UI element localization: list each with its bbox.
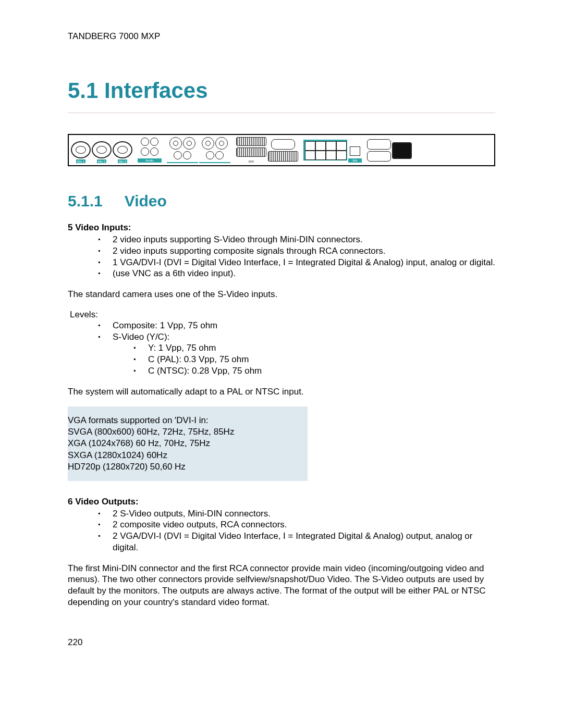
pal-ntsc-note: The system will automatically adapt to a… bbox=[68, 386, 495, 398]
isdn-ports-icon bbox=[303, 140, 347, 161]
xlr-port-icon bbox=[113, 141, 132, 158]
vga-port-icon bbox=[271, 139, 295, 150]
device-rear-panel-diagram: Mic 1 Mic 2 Mic 3 Audio Video In Video O… bbox=[68, 134, 495, 166]
minidin-port-icon bbox=[169, 137, 182, 150]
list-item: (use VNC as a 6th video input). bbox=[98, 268, 495, 279]
vga-formats-box: VGA formats supported on 'DVI-I in: SVGA… bbox=[68, 406, 308, 480]
vga-line: HD720p (1280x720) 50,60 Hz bbox=[68, 461, 308, 473]
list-item: 2 VGA/DVI-I (DVI = Digital Video Interfa… bbox=[98, 530, 495, 553]
subsection-name: Video bbox=[125, 192, 167, 209]
svideo-sublist: Y: 1 Vpp, 75 ohm C (PAL): 0.3 Vpp, 75 oh… bbox=[113, 342, 495, 376]
list-item: S-Video (Y/C): Y: 1 Vpp, 75 ohm C (PAL):… bbox=[98, 331, 495, 377]
rca-port-icon bbox=[183, 151, 191, 159]
section-title: 5.1 Interfaces bbox=[68, 78, 495, 103]
xlr-port-icon bbox=[92, 141, 112, 158]
levels-label: Levels: bbox=[70, 310, 495, 320]
rca-port-icon bbox=[150, 138, 158, 146]
video-inputs-heading: 5 Video Inputs: bbox=[68, 223, 495, 233]
list-item: 2 video inputs supporting S-Video throug… bbox=[98, 234, 495, 245]
list-item: Y: 1 Vpp, 75 ohm bbox=[133, 342, 495, 354]
list-item: Composite: 1 Vpp, 75 ohm bbox=[98, 320, 495, 331]
list-item-text: S-Video (Y/C): bbox=[113, 332, 169, 342]
video-inputs-list: 2 video inputs supporting S-Video throug… bbox=[68, 234, 495, 279]
subsection-number: 5.1.1 bbox=[68, 192, 103, 210]
serial-port-icon bbox=[367, 139, 391, 150]
list-item: 2 video inputs supporting composite sign… bbox=[98, 245, 495, 257]
page-number: 220 bbox=[68, 637, 495, 648]
video-outputs-heading: 6 Video Outputs: bbox=[68, 497, 495, 507]
rca-port-icon bbox=[215, 151, 224, 159]
minidin-port-icon bbox=[215, 137, 228, 150]
rca-port-icon bbox=[141, 147, 149, 156]
divider bbox=[68, 113, 495, 113]
power-port-icon bbox=[392, 142, 412, 159]
list-item: C (PAL): 0.3 Vpp, 75 ohm bbox=[133, 354, 495, 365]
section-name: Interfaces bbox=[104, 78, 207, 103]
dvi-port-icon bbox=[236, 137, 266, 146]
camera-note: The standard camera uses one of the S-Vi… bbox=[68, 289, 495, 300]
levels-list: Composite: 1 Vpp, 75 ohm S-Video (Y/C): … bbox=[68, 320, 495, 377]
ethernet-port-icon bbox=[350, 146, 360, 156]
document-header: TANDBERG 7000 MXP bbox=[68, 31, 495, 42]
section-number: 5.1 bbox=[68, 78, 98, 103]
minidin-port-icon bbox=[183, 137, 195, 150]
vga-line: VGA formats supported on 'DVI-I in: bbox=[68, 415, 308, 426]
outputs-paragraph: The first Mini-DIN connector and the fir… bbox=[68, 563, 495, 608]
rca-port-icon bbox=[141, 138, 149, 146]
dvi-port-icon bbox=[268, 151, 298, 162]
minidin-port-icon bbox=[202, 137, 214, 150]
vga-line: XGA (1024x768) 60 Hz, 70Hz, 75Hz bbox=[68, 438, 308, 449]
list-item: 2 composite video outputs, RCA connector… bbox=[98, 519, 495, 530]
list-item: 2 S-Video outputs, Mini-DIN connectors. bbox=[98, 508, 495, 520]
list-item: 1 VGA/DVI-I (DVI = Digital Video Interfa… bbox=[98, 257, 495, 268]
serial-port-icon bbox=[367, 151, 391, 162]
subsection-title: 5.1.1Video bbox=[68, 192, 495, 210]
xlr-port-icon bbox=[71, 141, 91, 158]
list-item: C (NTSC): 0.28 Vpp, 75 ohm bbox=[133, 365, 495, 377]
video-outputs-list: 2 S-Video outputs, Mini-DIN connectors. … bbox=[68, 508, 495, 553]
vga-line: SXGA (1280x1024) 60Hz bbox=[68, 450, 308, 461]
rca-port-icon bbox=[174, 151, 182, 159]
dvi-port-icon bbox=[236, 147, 266, 156]
rca-port-icon bbox=[150, 147, 158, 156]
vga-line: SVGA (800x600) 60Hz, 72Hz, 75Hz, 85Hz bbox=[68, 426, 308, 438]
rca-port-icon bbox=[206, 151, 214, 159]
